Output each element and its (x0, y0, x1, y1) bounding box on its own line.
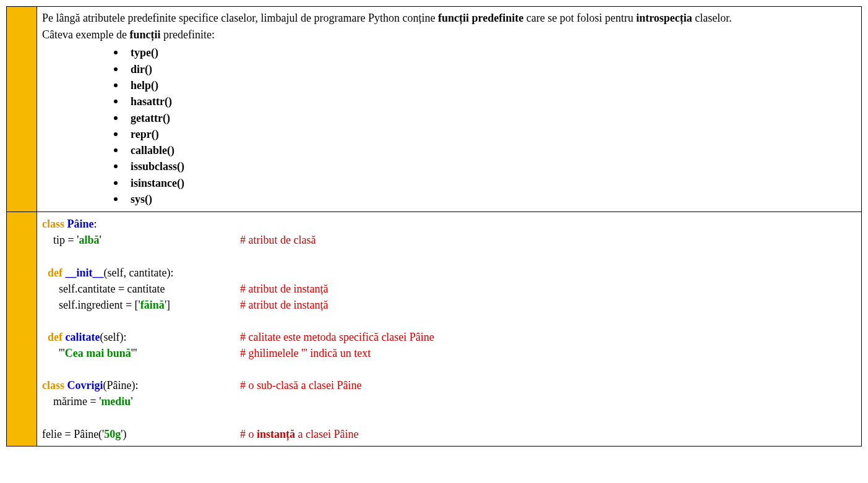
blank-line (42, 361, 856, 377)
code-comment-bold: instanță (257, 428, 295, 440)
highlight-bar (7, 212, 37, 445)
code-text: (self): (100, 331, 126, 343)
code-line: def __init__(self, cantitate): (42, 265, 856, 281)
code-line: self.cantitate = cantitate # atribut de … (42, 281, 856, 297)
code-text: (self, cantitate): (104, 267, 174, 279)
code-keyword: def (42, 267, 66, 279)
code-comment: # atribut de instanță (240, 297, 856, 313)
code-text: : (94, 218, 97, 230)
blank-line (42, 313, 856, 329)
code-text: (Pâine): (103, 379, 139, 391)
highlight-bar (7, 7, 37, 212)
blank-line (42, 249, 856, 265)
row-code: class Pâine: tip = 'albă' # atribut de c… (7, 212, 861, 445)
text: predefinite: (160, 28, 214, 41)
intro-cell: Pe lângă atributele predefinite specific… (37, 7, 861, 212)
code-keyword: def (42, 331, 66, 343)
intro-paragraph-1: Pe lângă atributele predefinite specific… (42, 11, 856, 26)
code-classname: Pâine (67, 218, 94, 230)
code-comment: # atribut de clasă (240, 232, 856, 248)
intro-paragraph-2: Câteva exemple de funcții predefinite: (42, 27, 856, 43)
list-item: type() (126, 44, 856, 60)
code-text: mărime = ' (42, 395, 101, 408)
code-string: albă (79, 234, 99, 246)
code-method: __init__ (66, 267, 104, 279)
code-line: self.ingredient = ['făină'] # atribut de… (42, 297, 856, 313)
text-bold: funcții (129, 28, 160, 41)
code-text: ''' (42, 347, 65, 359)
code-comment-text: # o (240, 428, 257, 440)
code-comment: # ghilimelele ''' indică un text (240, 345, 856, 361)
code-comment: # o instanță a clasei Pâine (240, 426, 856, 442)
code-line: mărime = 'mediu' (42, 393, 856, 409)
code-string: Cea mai bună (65, 347, 131, 359)
list-item: isinstance() (126, 174, 856, 190)
text: Câteva exemple de (42, 28, 129, 41)
code-keyword: class (42, 218, 67, 230)
code-method: calitate (66, 331, 100, 343)
code-text: ') (121, 428, 126, 440)
text: care se pot folosi pentru (523, 12, 636, 24)
list-item: callable() (126, 142, 856, 158)
code-line: felie = Pâine('50g') # o instanță a clas… (42, 426, 856, 442)
list-item: repr() (126, 126, 856, 142)
code-comment: # atribut de instanță (240, 281, 856, 297)
list-item: sys() (126, 190, 856, 207)
code-string: mediu (101, 395, 131, 408)
code-line: '''Cea mai bună''' # ghilimelele ''' ind… (42, 345, 856, 361)
code-text: tip = ' (42, 234, 79, 246)
code-text: '] (165, 299, 170, 311)
code-text: self.ingredient = [' (42, 299, 140, 311)
code-comment: # o sub-clasă a clasei Pâine (240, 377, 856, 393)
row-intro: Pe lângă atributele predefinite specific… (7, 7, 861, 212)
function-list: type() dir() help() hasattr() getattr() … (42, 44, 856, 207)
code-text: ' (99, 234, 101, 246)
text: claselor. (692, 12, 732, 24)
code-line: def calitate(self): # calitate este meto… (42, 329, 856, 345)
code-line: class Pâine: (42, 216, 856, 232)
code-line: tip = 'albă' # atribut de clasă (42, 232, 856, 248)
code-classname: Covrigi (67, 379, 103, 391)
code-comment: # calitate este metoda specifică clasei … (240, 329, 856, 345)
code-string: 50g (104, 428, 121, 440)
code-text: felie = Pâine(' (42, 428, 104, 440)
code-cell: class Pâine: tip = 'albă' # atribut de c… (37, 212, 861, 445)
blank-line (42, 409, 856, 425)
code-line: class Covrigi(Pâine): # o sub-clasă a cl… (42, 377, 856, 393)
text-bold: funcții predefinite (438, 12, 523, 24)
text-bold: introspecția (636, 12, 692, 24)
code-text: ' (131, 395, 132, 408)
list-item: issubclass() (126, 158, 856, 174)
list-item: help() (126, 77, 856, 93)
code-text: ''' (131, 347, 137, 359)
code-comment-text: a clasei Pâine (295, 428, 358, 440)
document-table: Pe lângă atributele predefinite specific… (6, 6, 862, 447)
code-text: self.cantitate = cantitate (42, 283, 165, 295)
list-item: getattr() (126, 109, 856, 126)
list-item: dir() (126, 61, 856, 77)
list-item: hasattr() (126, 93, 856, 109)
code-keyword: class (42, 379, 67, 391)
text: Pe lângă atributele predefinite specific… (42, 12, 438, 24)
code-string: făină (140, 299, 165, 311)
